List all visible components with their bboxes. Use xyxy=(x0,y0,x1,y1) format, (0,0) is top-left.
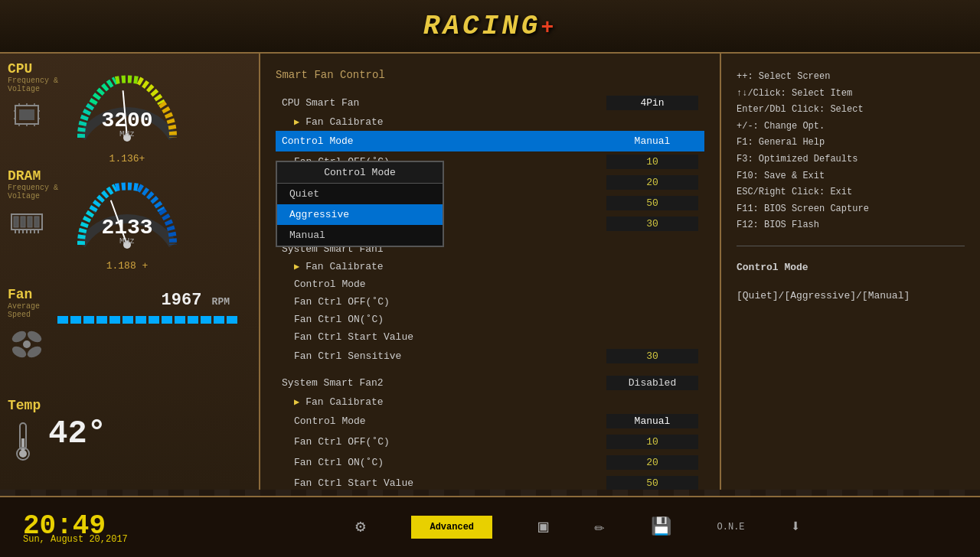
arrow-icon-3: ▶ xyxy=(294,396,299,408)
left-panel: CPU Frequency & Voltage xyxy=(0,0,260,490)
svg-rect-1 xyxy=(19,109,34,120)
sys2-control-value: Manual xyxy=(606,414,698,428)
cpu-voltage: 1.136+ xyxy=(66,153,188,164)
temp-value: 42° xyxy=(48,415,106,452)
sys1-ctrl-off-item[interactable]: Fan Ctrl OFF(˚C) xyxy=(276,293,704,311)
cpu-sub2: Voltage xyxy=(8,85,58,93)
sys2-smart-value: Disabled xyxy=(606,376,698,390)
sys2-ctrl-on-value: 20 xyxy=(606,455,698,470)
tools-icon: ✏ xyxy=(594,516,604,537)
cpu-speedometer: 3200 MHz xyxy=(66,61,188,153)
cpu-smart-fan-value: 4Pin xyxy=(606,96,698,110)
nav-tabs: ⚙ Advanced ▣ ✏ 💾 O.N.E ⬇ xyxy=(176,516,980,539)
svg-rect-18 xyxy=(21,217,25,227)
help-line-7: F10: Save & Exit xyxy=(737,168,965,185)
dropdown-option-quiet[interactable]: Quiet xyxy=(277,184,443,204)
sys2-ctrl-off-item[interactable]: Fan Ctrl OFF(˚C) 10 xyxy=(276,432,704,452)
dropdown-option-aggressive[interactable]: Aggressive xyxy=(277,204,443,225)
help-line-2: ↑↓/Click: Select Item xyxy=(737,86,965,103)
sys1-control-mode-item[interactable]: Control Mode xyxy=(276,275,704,293)
cpu-sub1: Frequency & xyxy=(8,77,58,85)
dram-section: DRAM Frequency & Voltage xyxy=(8,168,245,272)
control-mode-value: Manual xyxy=(606,134,698,148)
tab-one[interactable]: O.N.E xyxy=(717,522,745,533)
sys1-ctrl-start-label: Fan Ctrl Start Value xyxy=(294,331,413,343)
dropdown-title: Control Mode xyxy=(277,162,443,184)
dram-sub1: Frequency & xyxy=(8,184,58,192)
help-line-8: ESC/Right Click: Exit xyxy=(737,184,965,201)
control-mode-item[interactable]: Control Mode Manual xyxy=(276,131,704,151)
tab-download[interactable]: ⬇ xyxy=(791,516,801,539)
svg-rect-17 xyxy=(14,217,18,227)
sys2-ctrl-on-item[interactable]: Fan Ctrl ON(˚C) 20 xyxy=(276,452,704,473)
fan-rpm-unit: RPM xyxy=(212,296,230,308)
help-line-3: Enter/Dbl Click: Select xyxy=(737,102,965,119)
dropdown-option-manual[interactable]: Manual xyxy=(277,225,443,246)
sys2-ctrl-start-value: 50 xyxy=(606,476,698,490)
sys1-ctrl-sensitive-label: Fan Ctrl Sensitive xyxy=(294,350,401,362)
control-mode-dropdown: Control Mode Quiet Aggressive Manual xyxy=(276,161,444,247)
logo: RACING+ xyxy=(423,11,557,42)
header: RACING+ xyxy=(0,0,980,54)
one-label: O.N.E xyxy=(717,522,745,533)
section-title: Smart Fan Control xyxy=(276,69,704,81)
fan-bars xyxy=(57,316,237,324)
cpu-fan-calibrate-item[interactable]: ▶ Fan Calibrate xyxy=(276,113,704,131)
tab-settings[interactable]: ⚙ xyxy=(355,516,365,539)
cpu-section: CPU Frequency & Voltage xyxy=(8,61,245,164)
svg-rect-19 xyxy=(28,217,32,227)
save-icon: 💾 xyxy=(651,516,671,537)
right-panel: ++: Select Screen ↑↓/Click: Select Item … xyxy=(720,54,980,490)
fan-calibrate-label: Fan Calibrate xyxy=(305,116,383,128)
sys1-ctrl-on-item[interactable]: Fan Ctrl ON(˚C) xyxy=(276,311,704,328)
sys2-control-mode-item[interactable]: Control Mode Manual xyxy=(276,411,704,432)
fan-ctrl-sensitive-value: 30 xyxy=(606,217,698,231)
sys1-ctrl-sensitive-value: 30 xyxy=(606,349,698,363)
sys1-ctrl-sensitive-item[interactable]: Fan Ctrl Sensitive 30 xyxy=(276,346,704,366)
help-line-5: F1: General Help xyxy=(737,135,965,151)
help-text: ++: Select Screen ↑↓/Click: Select Item … xyxy=(737,69,965,234)
tab-monitor[interactable]: ▣ xyxy=(538,516,548,539)
sys1-fan-calibrate-item[interactable]: ▶ Fan Calibrate xyxy=(276,258,704,275)
sys2-ctrl-start-item[interactable]: Fan Ctrl Start Value 50 xyxy=(276,473,704,490)
sys2-fan-calibrate-label: Fan Calibrate xyxy=(305,396,383,408)
control-mode-label: Control Mode xyxy=(282,135,354,147)
tab-save[interactable]: 💾 xyxy=(651,516,671,539)
monitor-icon: ▣ xyxy=(538,516,548,537)
help-divider xyxy=(737,246,965,246)
tab-advanced[interactable]: Advanced xyxy=(411,516,492,539)
help-line-10: F12: BIOS Flash xyxy=(737,217,965,234)
sys2-ctrl-off-value: 10 xyxy=(606,435,698,449)
tab-tools[interactable]: ✏ xyxy=(594,516,604,539)
logo-text: RACING xyxy=(423,11,541,42)
help-line-1: ++: Select Screen xyxy=(737,69,965,86)
help-line-4: +/-: Change Opt. xyxy=(737,119,965,135)
dram-icon xyxy=(8,207,46,237)
date-display: Sun, August 20,2017 xyxy=(23,534,176,545)
settings-icon: ⚙ xyxy=(355,516,365,537)
bottom-bar: 20:49 Sun, August 20,2017 ⚙ Advanced ▣ ✏… xyxy=(0,496,980,557)
context-title: Control Mode xyxy=(737,262,965,273)
cpu-label: CPU xyxy=(8,61,58,77)
arrow-icon-1: ▶ xyxy=(294,116,299,128)
cpu-smart-fan-label: CPU Smart Fan xyxy=(282,97,359,109)
system-fan2-item[interactable]: System Smart Fan2 Disabled xyxy=(276,373,704,393)
sys2-control-mode-label: Control Mode xyxy=(294,415,366,427)
fan-label: Fan xyxy=(8,287,46,302)
cpu-smart-fan-item[interactable]: CPU Smart Fan 4Pin xyxy=(276,93,704,113)
download-icon: ⬇ xyxy=(791,516,801,537)
fan-icon xyxy=(8,325,46,363)
temp-section: Temp 42° xyxy=(8,398,245,469)
svg-point-40 xyxy=(19,450,27,458)
svg-text:MHz: MHz xyxy=(119,236,135,246)
arrow-icon-2: ▶ xyxy=(294,261,299,272)
sys2-ctrl-off-label: Fan Ctrl OFF(˚C) xyxy=(294,436,390,448)
sys1-ctrl-start-item[interactable]: Fan Ctrl Start Value xyxy=(276,328,704,346)
fan-ctrl-on-value: 20 xyxy=(606,175,698,190)
fan-rpm-display: 1967 RPM xyxy=(54,291,230,310)
logo-plus: + xyxy=(541,16,557,40)
sys1-control-mode-label: Control Mode xyxy=(294,278,366,290)
sys2-fan-calibrate-item[interactable]: ▶ Fan Calibrate xyxy=(276,393,704,411)
context-desc: [Quiet]/[Aggressive]/[Manual] xyxy=(737,288,965,305)
main-content: Smart Fan Control CPU Smart Fan 4Pin ▶ F… xyxy=(260,54,720,490)
